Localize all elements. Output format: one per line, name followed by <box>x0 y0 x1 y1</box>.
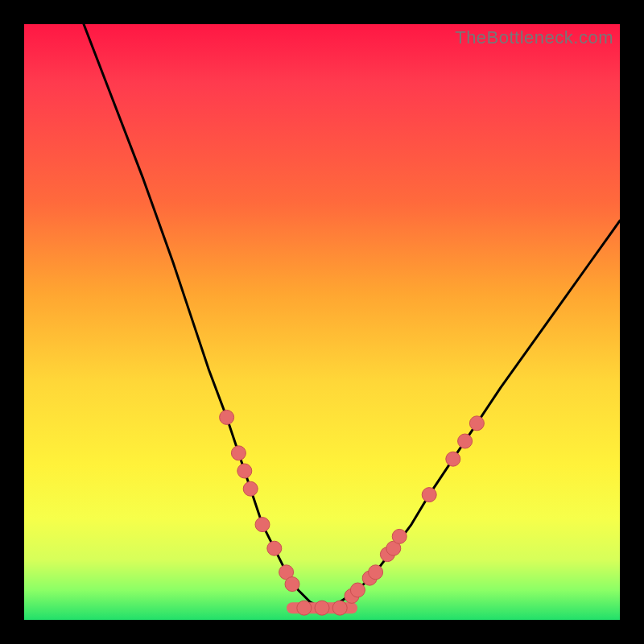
chart-svg <box>24 24 620 620</box>
data-marker <box>267 541 282 555</box>
chart-frame: TheBottleneck.com <box>0 0 644 644</box>
data-marker <box>285 577 299 592</box>
data-marker <box>332 601 347 615</box>
data-marker <box>422 488 436 502</box>
data-marker <box>469 416 484 431</box>
data-marker <box>231 446 246 460</box>
data-marker <box>446 452 460 466</box>
series-left-curve <box>84 24 322 608</box>
curve-paths <box>84 24 620 608</box>
data-marker <box>315 601 329 615</box>
data-marker <box>237 464 252 478</box>
data-marker <box>392 529 407 543</box>
data-marker <box>297 601 312 615</box>
data-marker <box>369 565 383 580</box>
plot-area: TheBottleneck.com <box>24 24 620 620</box>
series-right-curve <box>322 221 620 608</box>
data-marker <box>220 410 234 424</box>
data-marker <box>255 518 270 532</box>
data-marker <box>350 583 365 597</box>
data-marker <box>243 481 258 496</box>
data-marker <box>458 434 473 448</box>
